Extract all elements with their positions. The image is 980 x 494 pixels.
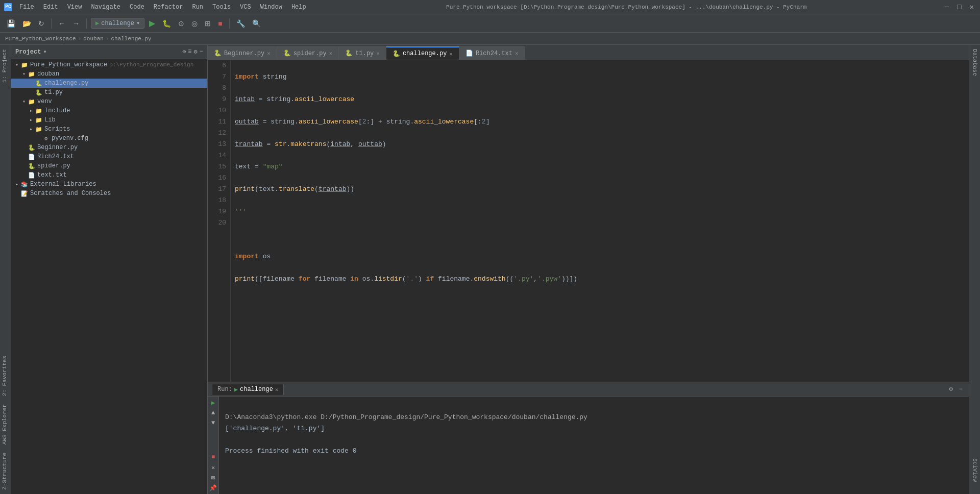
window-controls[interactable]: ─ □ ✕ [943, 3, 976, 11]
run-restart-button[interactable]: ▶ [209, 399, 217, 407]
sync-button[interactable]: ↻ [36, 18, 47, 29]
menu-edit[interactable]: Edit [39, 3, 62, 12]
workspace-path: D:\Python_Programe_design [109, 62, 193, 68]
tree-item-beginner[interactable]: ▸ 🐍 Beginner.py [11, 143, 207, 152]
run-output-result: ['challenge.py', 't1.py'] [225, 425, 325, 432]
search-button[interactable]: 🔍 [250, 18, 263, 29]
tree-item-challenge[interactable]: ▸ 🐍 challenge.py [11, 79, 207, 88]
tab-challenge-close[interactable]: ✕ [449, 51, 453, 57]
tree-item-rich24[interactable]: ▸ 📄 Rich24.txt [11, 152, 207, 161]
left-tab-structure[interactable]: Z-Structure [0, 449, 11, 494]
tree-item-t1[interactable]: ▸ 🐍 t1.py [11, 88, 207, 97]
tab-challenge[interactable]: 🐍 challenge.py ✕ [386, 46, 459, 60]
panel-settings-button[interactable]: ⚙ [947, 384, 955, 394]
left-tab-favorites[interactable]: 2: Favorites [0, 352, 11, 400]
right-sidebar-source[interactable]: 源代码 [970, 486, 980, 494]
close-button[interactable]: ✕ [968, 3, 976, 11]
tree-item-douban[interactable]: ▾ 📁 douban [11, 69, 207, 79]
ext-libs-label: External Libraries [30, 181, 96, 188]
project-locate-icon[interactable]: ⊕ [182, 48, 186, 56]
tree-item-workspace[interactable]: ▾ 📁 Pure_Python_workspace D:\Python_Prog… [11, 60, 207, 69]
left-tab-project[interactable]: 1: Project [0, 45, 11, 87]
project-panel-arrow: ▾ [43, 48, 46, 56]
menu-navigate[interactable]: Navigate [87, 3, 125, 12]
tab-challenge-icon: 🐍 [393, 50, 400, 58]
run-config-selector[interactable]: ▶ challenge ▾ [91, 18, 144, 29]
tab-rich24-close[interactable]: ✕ [515, 50, 519, 57]
menu-view[interactable]: View [63, 3, 86, 12]
bottom-panel: Run: ▶ challenge ✕ ⚙ − ▶ ▲ ▼ ■ ✕ [208, 382, 969, 494]
run-pin-button[interactable]: 📌 [209, 484, 217, 492]
breadcrumb-file[interactable]: challenge.py [111, 36, 151, 42]
code-line-7: intab = string.ascii_lowercase [235, 94, 965, 105]
tab-spider-close[interactable]: ✕ [329, 50, 333, 57]
menu-bar[interactable]: File Edit View Navigate Code Refactor Ru… [15, 3, 310, 12]
workspace-arrow: ▾ [13, 61, 20, 68]
menu-window[interactable]: Window [256, 3, 286, 12]
right-sidebar-sciview[interactable]: SciView [970, 454, 979, 486]
run-tab-close[interactable]: ✕ [275, 386, 279, 393]
maximize-button[interactable]: □ [955, 3, 963, 11]
run-tab[interactable]: Run: ▶ challenge ✕ [212, 384, 284, 395]
menu-help[interactable]: Help [287, 3, 310, 12]
tree-item-lib[interactable]: ▸ 📁 Lib [11, 115, 207, 125]
toggle-breakpoints-button[interactable]: ⊞ [202, 18, 213, 29]
tree-item-ext-libs[interactable]: ▸ 📚 External Libraries [11, 180, 207, 189]
menu-run[interactable]: Run [188, 3, 207, 12]
back-button[interactable]: ← [56, 18, 68, 29]
include-arrow: ▸ [28, 107, 35, 114]
tab-rich24[interactable]: 📄 Rich24.txt ✕ [459, 46, 525, 60]
toolbar-sep-1 [51, 18, 52, 29]
code-line-14: import os [235, 251, 965, 262]
stop-button[interactable]: ■ [215, 18, 225, 29]
beginner-file-icon: 🐍 [28, 143, 36, 152]
code-editor[interactable]: 6 7 8 9 10 11 12 13 14 15 16 17 18 19 20… [208, 60, 969, 382]
code-content[interactable]: import string intab = string.ascii_lower… [231, 60, 969, 382]
menu-vcs[interactable]: VCS [236, 3, 255, 12]
run-wrap-button[interactable]: ⊠ [209, 474, 217, 482]
run-close-button[interactable]: ✕ [209, 463, 217, 472]
tab-spider[interactable]: 🐍 spider.py ✕ [277, 46, 339, 60]
tab-t1[interactable]: 🐍 t1.py ✕ [339, 46, 386, 60]
debug-button[interactable]: 🐛 [160, 18, 174, 29]
menu-code[interactable]: Code [126, 3, 149, 12]
run-scroll-up[interactable]: ▲ [209, 409, 217, 417]
panel-minimize-button[interactable]: − [957, 385, 965, 394]
tab-t1-label: t1.py [355, 50, 374, 57]
tree-item-spider[interactable]: ▸ 🐍 spider.py [11, 161, 207, 170]
coverage-button[interactable]: ⊙ [176, 18, 187, 29]
project-settings-icon[interactable]: ⚙ [194, 48, 198, 56]
run-stop-button[interactable]: ■ [209, 453, 217, 461]
menu-tools[interactable]: Tools [208, 3, 235, 12]
right-sidebar: Database SciView 源代码 [969, 45, 980, 494]
settings-button[interactable]: 🔧 [234, 18, 248, 29]
menu-file[interactable]: File [15, 3, 38, 12]
tree-item-text[interactable]: ▸ 📄 text.txt [11, 170, 207, 180]
breadcrumb-folder[interactable]: douban [83, 36, 104, 42]
tree-item-scratches[interactable]: ▸ 📝 Scratches and Consoles [11, 189, 207, 198]
tab-beginner-close[interactable]: ✕ [267, 50, 271, 57]
forward-button[interactable]: → [70, 18, 82, 29]
project-close-icon[interactable]: − [200, 48, 203, 56]
tree-item-pyvenv[interactable]: ▸ ⚙ pyvenv.cfg [11, 134, 207, 143]
left-tab-aws[interactable]: AWS Explorer [0, 400, 11, 449]
save-button[interactable]: 💾 [4, 18, 18, 29]
tab-spider-label: spider.py [293, 50, 327, 57]
tab-t1-close[interactable]: ✕ [376, 50, 380, 57]
run-scroll-down[interactable]: ▼ [209, 419, 217, 427]
tree-item-scripts[interactable]: ▸ 📁 Scripts [11, 125, 207, 134]
run-button[interactable]: ▶ [146, 17, 158, 30]
tree-item-include[interactable]: ▸ 📁 Include [11, 106, 207, 115]
lib-folder-icon: 📁 [35, 116, 43, 124]
right-sidebar-database[interactable]: Database [970, 45, 979, 80]
project-collapse-icon[interactable]: ≡ [188, 48, 191, 56]
menu-refactor[interactable]: Refactor [150, 3, 187, 12]
tree-item-venv[interactable]: ▾ 📁 venv [11, 97, 207, 106]
open-button[interactable]: 📂 [20, 18, 34, 29]
tab-beginner-icon: 🐍 [214, 50, 222, 57]
tab-beginner[interactable]: 🐍 Beginner.py ✕ [208, 46, 277, 60]
beginner-label: Beginner.py [37, 144, 78, 151]
breadcrumb-workspace[interactable]: Pure_Python_workspace [5, 36, 76, 42]
profile-button[interactable]: ◎ [189, 18, 200, 29]
minimize-button[interactable]: ─ [943, 3, 951, 11]
